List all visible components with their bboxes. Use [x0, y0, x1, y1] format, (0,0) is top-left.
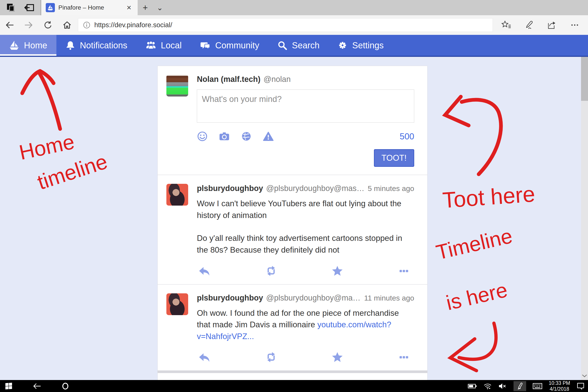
nav-label: Notifications — [80, 40, 128, 50]
people-icon — [146, 40, 156, 50]
camera-icon[interactable] — [219, 131, 230, 142]
nav-label: Local — [161, 40, 182, 50]
emoji-icon[interactable] — [197, 131, 208, 142]
nav-label: Community — [215, 40, 259, 50]
globe-icon[interactable] — [241, 131, 252, 142]
window-controls — [0, 0, 41, 15]
toot-user-name: plsburydoughboy — [197, 293, 263, 302]
url-text: https://dev.pinafore.social/ — [94, 21, 172, 29]
toot: kз:ʳ @chr@cybre.space 13 minutes ago you… — [158, 370, 427, 380]
start-button-icon[interactable] — [5, 382, 13, 390]
more-actions-icon[interactable] — [398, 352, 410, 362]
compose-box: Nolan (malf.tech) @nolan — [158, 66, 427, 175]
tab-title: Pinafore – Home — [58, 4, 121, 11]
toot-user-name: plsburydoughboy — [197, 184, 263, 193]
toot-timestamp: 5 minutes ago — [368, 184, 414, 193]
home-button[interactable] — [58, 15, 77, 35]
page-scrollbar[interactable] — [581, 57, 588, 380]
nav-item-community[interactable]: Community — [191, 35, 268, 56]
favorite-star-icon[interactable] — [331, 266, 344, 276]
nav-label: Home — [24, 40, 47, 50]
gear-icon — [338, 40, 347, 50]
windows-taskbar: 10:33 PM 4/1/2018 — [0, 380, 588, 392]
boost-icon[interactable] — [265, 352, 277, 362]
search-icon — [278, 40, 287, 50]
tab-list-dropdown-icon[interactable]: ⌄ — [153, 0, 167, 15]
toot-body: Oh wow. I found the ad for the one piece… — [197, 307, 414, 342]
nav-item-local[interactable]: Local — [136, 35, 191, 56]
toot-button[interactable]: TOOT! — [374, 149, 414, 167]
compose-user-name: Nolan (malf.tech) — [197, 75, 260, 84]
windows-ink-pen-icon[interactable] — [514, 381, 526, 391]
nav-item-notifications[interactable]: Notifications — [56, 35, 136, 56]
taskbar-back-icon[interactable] — [33, 382, 42, 390]
battery-icon[interactable] — [468, 383, 477, 390]
avatar[interactable] — [166, 184, 188, 206]
toot: plsburydoughboy @plsburydoughboy@mastodo… — [158, 175, 427, 284]
boost-icon[interactable] — [265, 266, 277, 276]
toot-user-handle: @plsburydoughboy@mastodon.s... — [266, 293, 361, 302]
pinafore-nav-bar: Home Notifications Local Community Searc… — [0, 35, 588, 57]
toot: plsburydoughboy @plsburydoughboy@mastodo… — [158, 284, 427, 371]
taskbar-clock[interactable]: 10:33 PM 4/1/2018 — [549, 380, 570, 392]
toot-timestamp: 11 minutes ago — [364, 294, 414, 302]
nav-item-settings[interactable]: Settings — [329, 35, 393, 56]
sailboat-icon — [9, 40, 19, 50]
web-notes-pen-icon[interactable] — [520, 15, 538, 35]
favorites-hub-icon[interactable] — [496, 15, 516, 35]
char-counter: 500 — [400, 132, 414, 141]
tab-preview-icon[interactable] — [6, 3, 16, 12]
reply-icon[interactable] — [198, 352, 211, 362]
content-warning-icon[interactable] — [263, 131, 274, 142]
scrollbar-thumb[interactable] — [581, 57, 588, 101]
refresh-button[interactable] — [38, 15, 58, 35]
reply-icon[interactable] — [198, 266, 211, 276]
more-actions-icon[interactable] — [398, 266, 410, 276]
taskbar-date: 4/1/2018 — [549, 386, 570, 392]
forward-button[interactable] — [19, 15, 38, 35]
favorite-star-icon[interactable] — [331, 352, 344, 362]
taskbar-time: 10:33 PM — [549, 380, 570, 386]
pinafore-favicon-icon — [46, 3, 55, 12]
set-tabs-aside-icon[interactable] — [24, 3, 35, 12]
scrollbar-down-arrow-icon[interactable] — [582, 374, 587, 378]
compose-input[interactable] — [197, 90, 414, 122]
screen: { "browser": { "tab_title": "Pinafore – … — [0, 0, 588, 392]
more-options-icon[interactable] — [565, 15, 584, 35]
back-button[interactable] — [0, 15, 19, 35]
wifi-icon[interactable] — [484, 383, 492, 390]
volume-muted-icon[interactable] — [498, 383, 507, 390]
action-center-icon[interactable] — [577, 382, 584, 390]
avatar[interactable] — [166, 75, 188, 96]
browser-tab[interactable]: Pinafore – Home ✕ — [42, 0, 138, 15]
toot-user-handle: @plsburydoughboy@mastodon.so... — [266, 184, 364, 193]
cortana-icon[interactable] — [62, 382, 69, 390]
toot-body: Wow I can't believe YouTubers are flat o… — [197, 198, 414, 256]
nav-label: Search — [292, 40, 320, 50]
timeline-column: Nolan (malf.tech) @nolan — [158, 66, 428, 380]
chat-bubbles-icon — [200, 40, 210, 50]
nav-label: Settings — [352, 40, 384, 50]
address-bar[interactable]: https://dev.pinafore.social/ — [78, 18, 493, 32]
new-tab-button[interactable]: + — [138, 0, 153, 15]
toolbar-right — [493, 15, 588, 35]
avatar[interactable] — [166, 293, 188, 315]
compose-user-handle: @nolan — [264, 75, 291, 84]
site-info-icon[interactable] — [83, 21, 90, 29]
browser-tab-bar: Pinafore – Home ✕ + ⌄ — [0, 0, 588, 15]
page-content: Nolan (malf.tech) @nolan — [0, 57, 588, 380]
browser-toolbar: https://dev.pinafore.social/ — [0, 15, 588, 35]
tab-close-icon[interactable]: ✕ — [125, 3, 133, 12]
touch-keyboard-icon[interactable] — [533, 383, 542, 390]
share-icon[interactable] — [542, 15, 562, 35]
nav-item-search[interactable]: Search — [268, 35, 329, 56]
nav-item-home[interactable]: Home — [0, 35, 56, 56]
bell-icon — [66, 40, 75, 50]
